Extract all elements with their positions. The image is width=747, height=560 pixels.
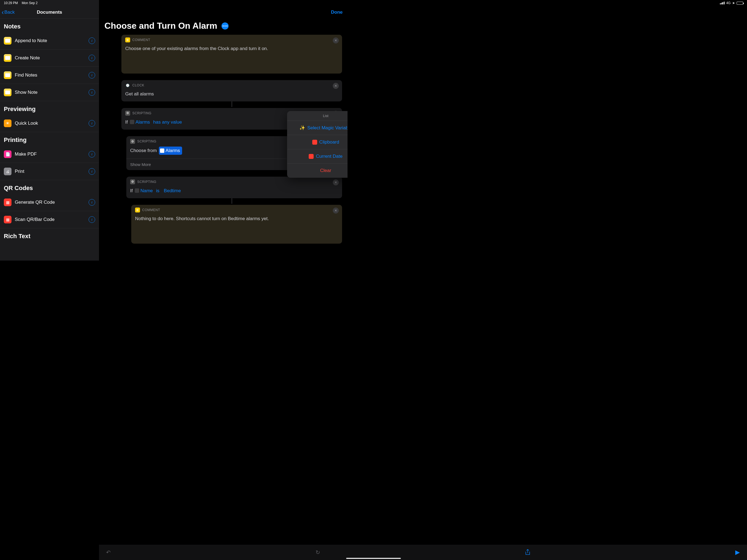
notes-icon bbox=[4, 71, 11, 79]
delete-action-button[interactable]: ✕ bbox=[333, 207, 339, 213]
clipboard-icon bbox=[312, 140, 317, 145]
status-time: 10:29 PM bbox=[4, 1, 18, 5]
connector bbox=[121, 198, 342, 205]
action-append-to-note[interactable]: Append to Note i bbox=[0, 32, 99, 50]
notes-icon bbox=[4, 88, 11, 96]
clipboard-variable[interactable]: Clipboard bbox=[287, 135, 347, 149]
scripting-icon: ⚙ bbox=[125, 111, 130, 116]
info-icon[interactable]: i bbox=[88, 37, 95, 44]
scripting-icon: ⚙ bbox=[130, 139, 135, 144]
sidebar-title: Documents bbox=[0, 9, 99, 15]
section-previewing: Previewing bbox=[0, 101, 99, 115]
calendar-icon bbox=[309, 154, 314, 159]
section-rich-text: Rich Text bbox=[0, 228, 99, 242]
status-date: Mon Sep 2 bbox=[22, 1, 37, 5]
comment-icon: ≣ bbox=[125, 37, 130, 42]
comment-icon: ≣ bbox=[135, 207, 140, 212]
delete-action-button[interactable]: ✕ bbox=[333, 37, 339, 44]
delete-action-button[interactable]: ✕ bbox=[333, 83, 339, 89]
action-body: Get all alarms bbox=[121, 89, 342, 101]
chevron-left-icon: ‹ bbox=[2, 9, 4, 16]
notes-icon bbox=[4, 37, 11, 45]
action-generate-qr[interactable]: ▦ Generate QR Code i bbox=[0, 194, 99, 211]
value-token[interactable]: Bedtime bbox=[163, 187, 182, 195]
variable-alarms[interactable]: Alarms bbox=[130, 119, 150, 126]
action-if-name-bedtime[interactable]: ⚙SCRIPTING If Name is Bedtime ✕ bbox=[126, 177, 342, 199]
pdf-icon: 📄 bbox=[4, 150, 11, 158]
info-icon[interactable]: i bbox=[88, 216, 95, 223]
popover-title: List bbox=[287, 111, 347, 121]
action-scan-qr[interactable]: ▦ Scan QR/Bar Code i bbox=[0, 211, 99, 228]
back-button[interactable]: ‹ Back bbox=[0, 9, 15, 16]
qr-icon: ▦ bbox=[4, 199, 11, 206]
back-label: Back bbox=[4, 9, 15, 15]
variable-chip-alarms[interactable]: Alarms bbox=[159, 147, 182, 155]
info-icon[interactable]: i bbox=[88, 72, 95, 78]
info-icon[interactable]: i bbox=[88, 151, 95, 157]
info-icon[interactable]: i bbox=[88, 199, 95, 206]
done-button[interactable]: Done bbox=[331, 9, 343, 15]
printer-icon: 🖨 bbox=[4, 168, 11, 175]
eye-icon: 👁 bbox=[4, 120, 11, 127]
delete-action-button[interactable]: ✕ bbox=[333, 179, 339, 185]
section-printing: Printing bbox=[0, 132, 99, 146]
sidebar-scroll[interactable]: Notes Append to Note i Create Note i Fin… bbox=[0, 19, 99, 261]
variable-picker-popover: List ✨ Select Magic Variable Clipboard C… bbox=[287, 111, 347, 178]
select-magic-variable[interactable]: ✨ Select Magic Variable bbox=[287, 121, 347, 135]
action-make-pdf[interactable]: 📄 Make PDF i bbox=[0, 146, 99, 163]
section-notes: Notes bbox=[0, 19, 99, 32]
comment-body[interactable]: Nothing to do here. Shortcuts cannot tur… bbox=[131, 213, 342, 244]
scripting-icon: ⚙ bbox=[130, 179, 135, 184]
info-icon[interactable]: i bbox=[88, 168, 95, 175]
info-icon[interactable]: i bbox=[88, 120, 95, 127]
status-bar: 10:29 PM Mon Sep 2 4G ➤ bbox=[0, 0, 347, 6]
info-icon[interactable]: i bbox=[88, 55, 95, 61]
action-show-note[interactable]: Show Note i bbox=[0, 84, 99, 101]
action-create-note[interactable]: Create Note i bbox=[0, 50, 99, 67]
editor: Done Choose and Turn On Alarm ≣COMMENT C… bbox=[99, 0, 347, 261]
more-button[interactable] bbox=[222, 22, 229, 29]
qr-icon: ▦ bbox=[4, 216, 11, 223]
wand-icon: ✨ bbox=[300, 125, 305, 131]
variable-name[interactable]: Name bbox=[135, 187, 153, 195]
action-library: ‹ Back Documents Notes Append to Note i … bbox=[0, 0, 99, 261]
action-get-alarms[interactable]: 🕑CLOCK Get all alarms ✕ bbox=[121, 80, 342, 101]
shortcut-title[interactable]: Choose and Turn On Alarm bbox=[104, 21, 217, 31]
clock-icon: 🕑 bbox=[125, 83, 130, 88]
clear-variable[interactable]: Clear bbox=[287, 163, 347, 178]
section-qr: QR Codes bbox=[0, 180, 99, 194]
action-comment[interactable]: ≣COMMENT Choose one of your existing ala… bbox=[121, 35, 342, 74]
clock-icon bbox=[130, 120, 134, 124]
notes-icon bbox=[4, 54, 11, 62]
gear-icon bbox=[135, 188, 139, 193]
current-date-variable[interactable]: Current Date bbox=[287, 149, 347, 163]
action-quick-look[interactable]: 👁 Quick Look i bbox=[0, 115, 99, 132]
action-find-notes[interactable]: Find Notes i bbox=[0, 67, 99, 84]
action-print[interactable]: 🖨 Print i bbox=[0, 163, 99, 180]
comment-body[interactable]: Choose one of your existing alarms from … bbox=[121, 44, 342, 74]
action-comment-bedtime[interactable]: ≣COMMENT Nothing to do here. Shortcuts c… bbox=[131, 205, 342, 244]
info-icon[interactable]: i bbox=[88, 89, 95, 96]
condition-token[interactable]: has any value bbox=[152, 119, 183, 126]
connector bbox=[121, 101, 342, 108]
clock-icon bbox=[160, 149, 164, 153]
operator-token[interactable]: is bbox=[155, 187, 160, 195]
